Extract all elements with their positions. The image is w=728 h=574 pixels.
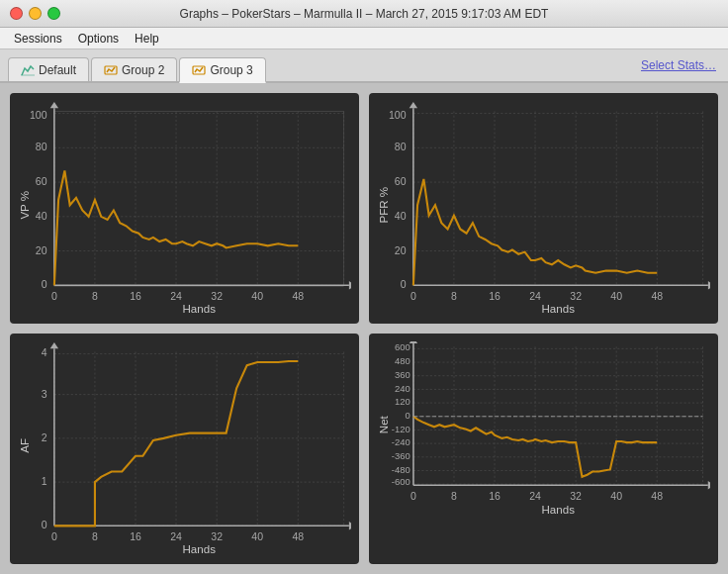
svg-text:4: 4 [42, 346, 47, 358]
svg-text:80: 80 [36, 141, 47, 152]
svg-rect-10 [54, 111, 344, 286]
svg-text:1: 1 [42, 475, 47, 487]
chart-vp: 0 20 40 60 80 100 VP % [10, 93, 359, 324]
svg-text:60: 60 [395, 175, 407, 187]
svg-text:80: 80 [395, 141, 407, 152]
svg-marker-100 [50, 342, 58, 348]
tab-group2-icon [104, 63, 118, 77]
svg-text:48: 48 [651, 290, 663, 302]
select-stats-link[interactable]: Select Stats… [641, 58, 716, 72]
svg-text:Hands: Hands [183, 303, 217, 315]
svg-marker-98 [349, 522, 351, 529]
tab-group3[interactable]: Group 3 [179, 57, 265, 83]
svg-text:480: 480 [395, 355, 410, 366]
svg-text:0: 0 [410, 490, 416, 502]
svg-text:-240: -240 [392, 436, 410, 447]
svg-text:8: 8 [92, 530, 98, 542]
svg-marker-143 [410, 341, 417, 343]
svg-text:48: 48 [651, 490, 663, 502]
svg-marker-69 [410, 102, 417, 108]
tab-default-icon [21, 63, 35, 77]
svg-text:20: 20 [395, 244, 407, 256]
svg-text:16: 16 [489, 290, 500, 302]
svg-text:2: 2 [42, 431, 47, 443]
menu-sessions[interactable]: Sessions [8, 30, 68, 48]
svg-text:40: 40 [610, 490, 622, 502]
title-bar: Graphs – PokerStars – Marmulla II – Marc… [0, 0, 728, 28]
svg-text:8: 8 [92, 290, 98, 302]
menu-bar: Sessions Options Help [0, 28, 728, 49]
tab-default-label: Default [39, 63, 76, 77]
tab-group2-label: Group 2 [122, 63, 164, 77]
svg-text:0: 0 [51, 530, 57, 542]
svg-text:48: 48 [292, 530, 304, 542]
window-title: Graphs – PokerStars – Marmulla II – Marc… [180, 7, 549, 21]
svg-text:24: 24 [170, 530, 182, 542]
svg-text:-120: -120 [392, 424, 410, 434]
svg-text:60: 60 [36, 175, 47, 187]
window-controls [10, 7, 60, 20]
svg-text:16: 16 [130, 530, 141, 542]
svg-text:0: 0 [410, 290, 416, 302]
svg-text:32: 32 [211, 530, 223, 542]
svg-text:100: 100 [30, 109, 47, 121]
svg-text:0: 0 [42, 519, 47, 530]
svg-text:Hands: Hands [542, 504, 576, 516]
svg-text:32: 32 [570, 490, 582, 502]
svg-text:40: 40 [251, 530, 263, 542]
chart-vp-svg: 0 20 40 60 80 100 VP % [18, 101, 351, 320]
tab-group2[interactable]: Group 2 [91, 57, 177, 81]
svg-text:100: 100 [389, 109, 407, 121]
svg-rect-0 [21, 74, 35, 76]
chart-pfr: 0 20 40 60 80 100 PFR % 0 [369, 93, 718, 324]
svg-text:24: 24 [170, 290, 182, 302]
svg-text:600: 600 [395, 341, 410, 352]
tab-bar: Default Group 2 Group 3 Select Stats… [0, 49, 728, 83]
svg-text:-600: -600 [392, 476, 410, 487]
svg-text:40: 40 [395, 210, 407, 222]
svg-text:8: 8 [451, 290, 457, 302]
svg-text:240: 240 [395, 383, 410, 394]
tab-default[interactable]: Default [8, 57, 89, 81]
menu-help[interactable]: Help [129, 30, 165, 48]
svg-text:-360: -360 [392, 450, 410, 461]
svg-text:Hands: Hands [542, 303, 576, 315]
svg-text:24: 24 [529, 290, 541, 302]
tab-group3-icon [192, 63, 206, 77]
menu-options[interactable]: Options [72, 30, 125, 48]
maximize-button[interactable] [47, 7, 60, 20]
svg-marker-67 [708, 281, 710, 289]
svg-text:PFR %: PFR % [378, 187, 390, 224]
svg-text:0: 0 [401, 278, 407, 290]
svg-text:8: 8 [451, 490, 457, 502]
svg-text:40: 40 [36, 210, 47, 222]
svg-marker-141 [708, 481, 710, 489]
svg-text:Net: Net [378, 415, 390, 433]
minimize-button[interactable] [29, 7, 42, 20]
svg-text:16: 16 [489, 490, 500, 502]
chart-af: 0 1 2 3 4 AF 0 8 16 24 [10, 334, 359, 564]
svg-text:32: 32 [211, 290, 223, 302]
svg-marker-34 [349, 281, 351, 289]
svg-text:0: 0 [51, 290, 57, 302]
svg-text:AF: AF [19, 438, 31, 453]
svg-text:32: 32 [570, 290, 582, 302]
svg-text:24: 24 [529, 490, 541, 502]
chart-net-svg: 600 480 360 240 120 0 -120 -240 -360 -48… [377, 341, 710, 560]
svg-text:48: 48 [292, 290, 304, 302]
svg-text:40: 40 [251, 290, 263, 302]
charts-grid: 0 20 40 60 80 100 VP % [0, 83, 728, 574]
tab-group3-label: Group 3 [210, 63, 252, 77]
svg-text:360: 360 [395, 369, 410, 380]
svg-text:0: 0 [42, 278, 47, 290]
chart-af-svg: 0 1 2 3 4 AF 0 8 16 24 [18, 341, 351, 560]
svg-text:Hands: Hands [183, 543, 217, 555]
close-button[interactable] [10, 7, 23, 20]
svg-text:VP %: VP % [19, 191, 31, 220]
chart-pfr-svg: 0 20 40 60 80 100 PFR % 0 [377, 101, 710, 320]
svg-text:-480: -480 [392, 464, 410, 475]
chart-net: 600 480 360 240 120 0 -120 -240 -360 -48… [369, 334, 718, 564]
svg-marker-36 [50, 102, 58, 108]
svg-text:3: 3 [42, 388, 47, 400]
svg-text:120: 120 [395, 396, 410, 407]
